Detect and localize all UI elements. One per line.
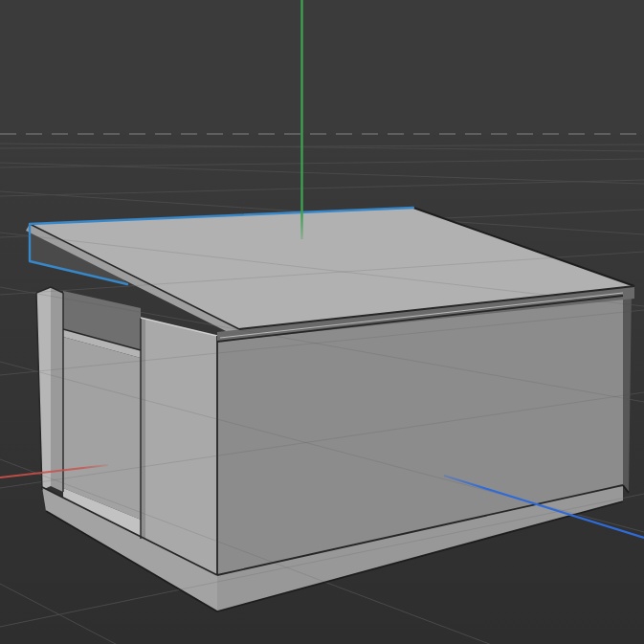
left-wall-inner-face[interactable]	[51, 287, 63, 492]
viewport-3d[interactable]	[0, 0, 644, 644]
scene-canvas[interactable]	[0, 0, 644, 644]
front-wall-left-edge[interactable]	[141, 318, 145, 541]
interior-side-wall[interactable]	[63, 337, 141, 520]
